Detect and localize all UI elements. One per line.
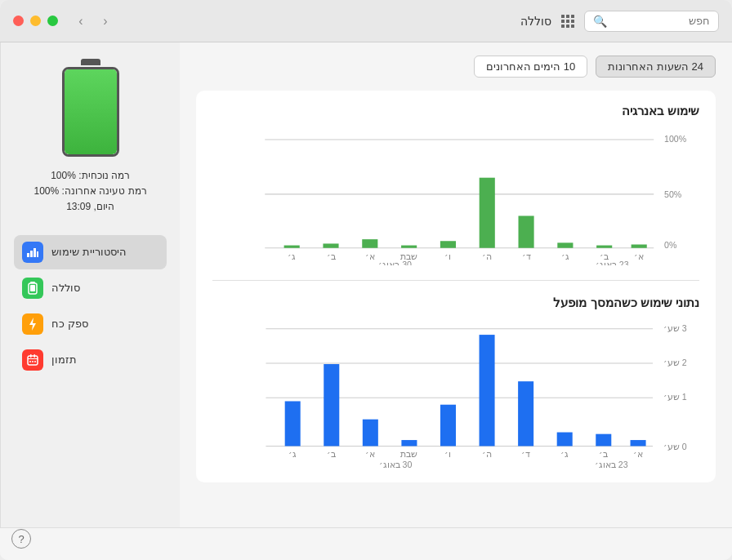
svg-text:2 שע׳: 2 שע׳ [663,358,687,367]
svg-text:23 באוג׳: 23 באוג׳ [596,260,629,265]
svg-text:ד׳: ד׳ [521,449,530,459]
sidebar-item-schedule[interactable]: תזמון [14,343,167,377]
energy-chart-svg: 100% 50% 0% [212,127,699,265]
battery-fill [65,69,117,154]
svg-text:23 באוג׳: 23 באוג׳ [595,460,628,469]
svg-rect-12 [519,216,534,247]
svg-point-70 [29,361,31,362]
battery-info: רמה נוכחית: 100% רמת טעינה אחרונה: 100% … [14,168,167,216]
svg-text:1 שע׳: 1 שע׳ [663,392,687,402]
svg-text:ה׳: ה׳ [482,449,492,459]
schedule-icon [22,349,43,371]
sidebar-item-schedule-label: תזמון [51,353,77,366]
svg-text:ו׳: ו׳ [444,251,451,261]
svg-text:3 שע׳: 3 שע׳ [663,323,687,333]
usage-chart: 3 שע׳ 2 שע׳ 1 שע׳ 0 שע׳ [212,318,699,469]
svg-text:א׳: א׳ [633,449,643,459]
svg-rect-60 [33,248,36,257]
svg-rect-15 [632,245,647,248]
usage-chart-title: נתוני שימוש כשהמסך מופעל [212,296,699,310]
svg-text:ב׳: ב׳ [327,251,336,261]
svg-text:א׳: א׳ [365,251,375,261]
svg-rect-9 [401,246,417,248]
svg-text:0%: 0% [664,240,677,250]
search-box[interactable]: 🔍 [584,11,719,32]
svg-text:30 באוג׳: 30 באוג׳ [379,460,413,469]
svg-text:100%: 100% [664,134,687,144]
bottom-bar: ? [0,527,732,560]
svg-rect-36 [285,401,301,446]
close-button[interactable] [13,16,24,26]
svg-rect-41 [480,335,495,446]
svg-point-72 [34,361,36,362]
svg-rect-58 [27,253,29,257]
sidebar-item-power[interactable]: ספק כח [14,307,167,341]
svg-text:ב׳: ב׳ [327,449,336,459]
navigation-arrows: ‹ › [71,11,115,31]
main-panel: 24 השעות האחרונות 10 הימים האחרונים שימו… [180,42,732,527]
svg-rect-14 [596,246,612,248]
svg-rect-37 [324,364,339,446]
svg-rect-10 [440,241,456,248]
svg-text:30 באוג׳: 30 באוג׳ [378,260,412,265]
svg-rect-66 [28,356,38,365]
svg-text:ה׳: ה׳ [482,251,492,261]
power-icon [22,313,43,335]
svg-rect-6 [284,246,300,248]
battery-last-charge: רמת טעינה אחרונה: 100% [14,184,167,199]
grid-icon[interactable] [561,15,574,28]
svg-rect-38 [363,420,378,447]
back-arrow[interactable]: ‹ [71,11,91,31]
search-input[interactable] [612,15,710,27]
chart-divider [212,280,699,281]
battery-icon [58,59,123,157]
svg-text:א׳: א׳ [365,449,375,459]
svg-text:שבת: שבת [400,449,417,459]
svg-rect-68 [34,354,36,358]
svg-rect-61 [37,251,38,257]
tab-10d[interactable]: 10 הימים האחרונים [474,56,588,78]
titlebar-right: סוללה 🔍 [520,11,719,32]
energy-chart-title: שימוש באנרגיה [212,104,699,118]
svg-rect-43 [557,433,573,447]
sidebar-item-history-label: היסטוריית שימוש [51,246,127,258]
sidebar-menu: היסטוריית שימוש סוללה [14,235,167,379]
svg-text:ו׳: ו׳ [444,449,451,459]
sidebar-item-history[interactable]: היסטוריית שימוש [14,235,167,269]
svg-rect-45 [631,440,646,446]
battery-tip [81,59,100,65]
svg-rect-7 [323,243,338,247]
svg-rect-69 [28,358,38,359]
svg-text:ג׳: ג׳ [561,251,569,261]
titlebar: ‹ › סוללה 🔍 [0,0,732,42]
battery-current-level: רמה נוכחית: 100% [14,168,167,184]
forward-arrow[interactable]: › [96,11,115,31]
tabs-row: 24 השעות האחרונות 10 הימים האחרונים [196,56,716,78]
svg-rect-67 [30,354,32,358]
svg-rect-44 [596,434,611,447]
sidebar: רמה נוכחית: 100% רמת טעינה אחרונה: 100% … [0,42,180,527]
svg-rect-39 [401,440,417,446]
battery-body [62,67,119,157]
svg-rect-13 [557,242,573,247]
svg-rect-64 [30,285,35,291]
svg-text:50%: 50% [664,189,682,199]
svg-rect-42 [518,381,533,446]
content-area: 24 השעות האחרונות 10 הימים האחרונים שימו… [0,42,732,527]
svg-text:א׳: א׳ [634,251,644,261]
window-title: סוללה [520,15,551,28]
svg-text:ד׳: ד׳ [522,251,531,261]
energy-chart: 100% 50% 0% [212,127,699,265]
sidebar-item-battery[interactable]: סוללה [14,271,167,305]
svg-text:ג׳: ג׳ [288,251,296,261]
sidebar-item-power-label: ספק כח [51,318,88,330]
main-window: ‹ › סוללה 🔍 [0,0,732,560]
help-button[interactable]: ? [11,529,31,549]
tab-24h[interactable]: 24 השעות האחרונות [596,56,716,78]
svg-text:0 שע׳: 0 שע׳ [663,442,687,451]
maximize-button[interactable] [47,16,58,26]
sidebar-item-battery-label: סוללה [51,282,80,294]
history-icon [22,242,43,263]
minimize-button[interactable] [30,16,41,26]
window-controls [13,16,58,26]
